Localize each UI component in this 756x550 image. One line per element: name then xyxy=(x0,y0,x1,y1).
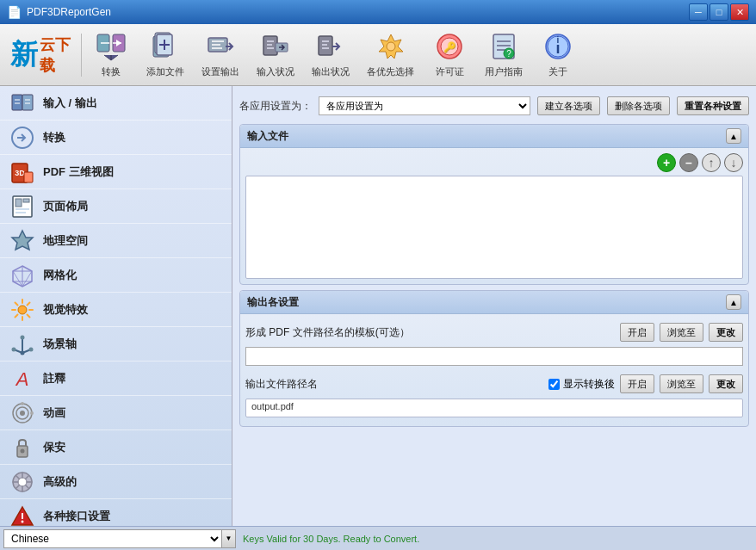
app-icon: 📄 xyxy=(7,5,22,19)
remove-file-button[interactable]: – xyxy=(679,153,698,172)
svg-text:3D: 3D xyxy=(15,169,25,177)
move-up-button[interactable]: ↑ xyxy=(702,153,721,172)
toolbar-license[interactable]: 🔑 许可证 xyxy=(424,28,475,83)
sidebar-security-label: 保安 xyxy=(43,440,65,455)
svg-text:i: i xyxy=(557,35,560,45)
language-select[interactable]: Chinese xyxy=(3,529,222,548)
sidebar-convert-label: 转换 xyxy=(43,130,65,145)
svg-point-13 xyxy=(387,42,395,51)
toolbar-divider xyxy=(81,34,82,77)
svg-point-60 xyxy=(21,448,25,453)
advanced-icon xyxy=(10,470,34,494)
sidebar-item-pagelayout[interactable]: 页面佈局 xyxy=(0,189,232,224)
toolbar-about[interactable]: i 关于 xyxy=(532,28,584,83)
sidebar-pdf3d-label: PDF 三维视图 xyxy=(43,164,114,180)
toolbar-set-output[interactable]: 设置输出 xyxy=(194,28,247,83)
pdf-template-change-button[interactable]: 更改 xyxy=(709,323,743,342)
input-files-toolbar: + – ↑ ↓ xyxy=(245,153,743,172)
sidebar-visual-label: 视觉特效 xyxy=(43,302,88,318)
sidebar-geo-label: 地理空间 xyxy=(43,233,88,249)
toolbar-input-status[interactable]: 输入状况 xyxy=(249,28,302,83)
logo-text-load: 载 xyxy=(40,55,71,76)
toolbar: 新 云下 载 转换 xyxy=(0,24,756,86)
svg-rect-28 xyxy=(22,95,33,110)
license-label: 许可证 xyxy=(436,65,464,78)
bottom-bar: Chinese ▼ Keys Valid for 30 Days. Ready … xyxy=(0,526,756,550)
toolbar-preferences[interactable]: 各优先选择 xyxy=(359,28,422,83)
input-files-collapse-button[interactable]: ▲ xyxy=(726,128,741,144)
output-path-value-row: output.pdf xyxy=(245,397,743,421)
toolbar-output-status[interactable]: 输出状况 xyxy=(304,28,357,83)
sidebar-pagelayout-label: 页面佈局 xyxy=(43,199,88,214)
sidebar-item-mesh[interactable]: 网格化 xyxy=(0,258,232,293)
input-files-title: 输入文件 xyxy=(247,129,288,144)
sidebar-api-label: 各种接口设置 xyxy=(43,509,110,524)
toolbar-user-guide[interactable]: ? 用户指南 xyxy=(477,28,530,83)
output-settings-panel: 输出各设置 ▲ 形成 PDF 文件路径名的模板(可选） 开启 浏览至 更改 输出… xyxy=(239,290,749,427)
sidebar-item-api[interactable]: 各种接口设置 xyxy=(0,499,232,526)
output-path-browse-button[interactable]: 浏览至 xyxy=(660,374,703,393)
about-icon: i xyxy=(542,31,573,62)
user-guide-icon: ? xyxy=(488,31,519,62)
output-path-open-button[interactable]: 开启 xyxy=(620,374,654,393)
delete-options-button[interactable]: 删除各选项 xyxy=(607,96,670,115)
about-label: 关于 xyxy=(548,65,567,78)
api-icon xyxy=(10,504,34,527)
sidebar-io-label: 输入 / 输出 xyxy=(43,96,97,111)
sidebar-item-annotation[interactable]: A 註釋 xyxy=(0,362,232,396)
input-status-label: 输入状况 xyxy=(257,65,294,78)
output-status-label: 输出状况 xyxy=(312,65,350,78)
input-files-body: + – ↑ ↓ xyxy=(240,148,748,284)
io-icon xyxy=(10,91,34,115)
sidebar-item-visual[interactable]: 视觉特效 xyxy=(0,293,232,327)
svg-text:?: ? xyxy=(506,49,511,59)
add-file-icon xyxy=(150,31,181,62)
toolbar-add-file[interactable]: 添加文件 xyxy=(139,28,192,83)
svg-rect-37 xyxy=(15,212,26,213)
close-button[interactable]: ✕ xyxy=(730,3,749,21)
create-options-button[interactable]: 建立各选项 xyxy=(537,96,600,115)
output-path-change-button[interactable]: 更改 xyxy=(709,374,743,393)
output-settings-collapse-button[interactable]: ▲ xyxy=(726,294,741,310)
sidebar-item-scene[interactable]: 场景轴 xyxy=(0,327,232,362)
files-list[interactable] xyxy=(245,176,743,279)
output-status-icon xyxy=(315,31,346,62)
sidebar-item-advanced[interactable]: 高级的 xyxy=(0,465,232,499)
geo-icon xyxy=(10,229,34,253)
sidebar-item-io[interactable]: 输入 / 输出 xyxy=(0,86,232,121)
convert-sidebar-icon xyxy=(10,126,34,150)
status-text: Keys Valid for 30 Days. Ready to Convert… xyxy=(236,534,753,544)
toolbar-convert[interactable]: 转换 xyxy=(85,28,137,83)
move-down-button[interactable]: ↓ xyxy=(724,153,743,172)
pdf3d-icon: 3D xyxy=(10,160,34,184)
main-layout: 输入 / 输出 转换 3D PDF 三维视图 xyxy=(0,86,756,526)
language-dropdown-arrow[interactable]: ▼ xyxy=(222,529,236,548)
pdf-template-browse-button[interactable]: 浏览至 xyxy=(660,323,703,342)
svg-rect-11 xyxy=(319,36,332,55)
minimize-button[interactable]: ─ xyxy=(689,3,708,21)
sidebar-item-animation[interactable]: 动画 xyxy=(0,396,232,430)
maximize-button[interactable]: □ xyxy=(710,3,728,21)
security-icon xyxy=(10,436,34,460)
app-logo: 新 云下 载 xyxy=(3,34,77,76)
svg-text:A: A xyxy=(15,368,29,390)
sidebar-item-convert[interactable]: 转换 xyxy=(0,121,232,155)
sidebar-mesh-label: 网格化 xyxy=(43,268,77,283)
svg-text:🔑: 🔑 xyxy=(443,40,456,53)
input-files-panel: 输入文件 ▲ + – ↑ ↓ xyxy=(239,124,749,285)
annotation-icon: A xyxy=(10,367,34,391)
reset-settings-button[interactable]: 重置各种设置 xyxy=(677,96,749,115)
sidebar-item-pdf3d[interactable]: 3D PDF 三维视图 xyxy=(0,155,232,189)
preferences-icon xyxy=(375,31,406,62)
pdf-template-open-button[interactable]: 开启 xyxy=(620,323,654,342)
app-select-dropdown[interactable]: 各应用设置为 xyxy=(319,96,530,115)
show-after-checkbox[interactable] xyxy=(548,379,560,390)
svg-point-65 xyxy=(22,520,24,522)
add-file-button[interactable]: + xyxy=(657,153,676,172)
sidebar-item-security[interactable]: 保安 xyxy=(0,430,232,465)
input-status-icon xyxy=(260,31,291,62)
pdf-template-input[interactable] xyxy=(245,347,743,366)
svg-point-52 xyxy=(21,350,25,355)
sidebar: 输入 / 输出 转换 3D PDF 三维视图 xyxy=(0,86,232,526)
sidebar-item-geo[interactable]: 地理空间 xyxy=(0,224,232,258)
